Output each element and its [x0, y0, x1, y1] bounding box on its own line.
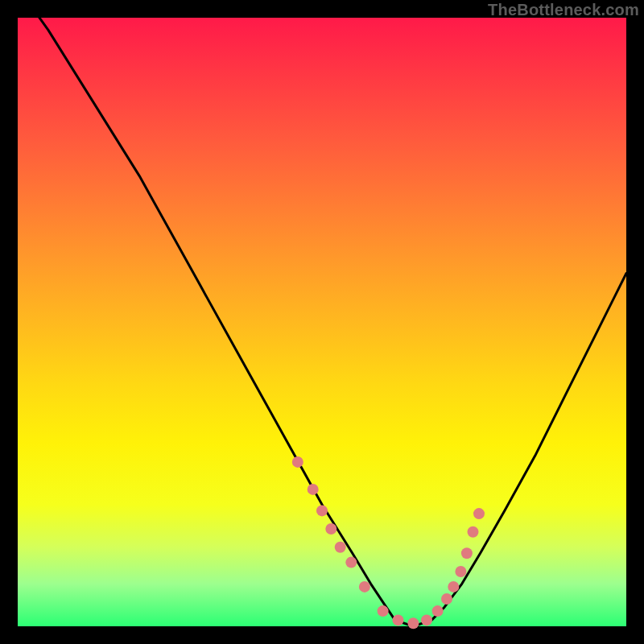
chart-svg — [18, 18, 626, 626]
highlight-dot — [473, 508, 485, 519]
highlight-dot — [448, 581, 459, 592]
highlight-dot — [461, 547, 473, 559]
highlight-dot — [393, 614, 404, 625]
highlight-dot — [455, 566, 466, 577]
plot-area — [18, 18, 626, 626]
highlight-dot — [345, 557, 357, 568]
highlight-dot — [359, 581, 370, 592]
highlight-dot — [407, 617, 419, 629]
highlight-dot — [421, 614, 432, 625]
watermark-text: TheBottleneck.com — [488, 1, 639, 19]
bottleneck-curve — [18, 0, 626, 626]
highlight-dot — [432, 605, 444, 617]
highlight-dot — [378, 605, 389, 617]
chart-frame: TheBottleneck.com — [0, 0, 644, 644]
highlight-dot — [441, 593, 452, 605]
highlight-dots — [292, 456, 485, 629]
highlight-dot — [468, 526, 479, 538]
highlight-dot — [292, 456, 303, 468]
highlight-dot — [316, 505, 328, 516]
highlight-dot — [308, 484, 319, 495]
highlight-dot — [335, 542, 346, 553]
highlight-dot — [325, 523, 336, 535]
